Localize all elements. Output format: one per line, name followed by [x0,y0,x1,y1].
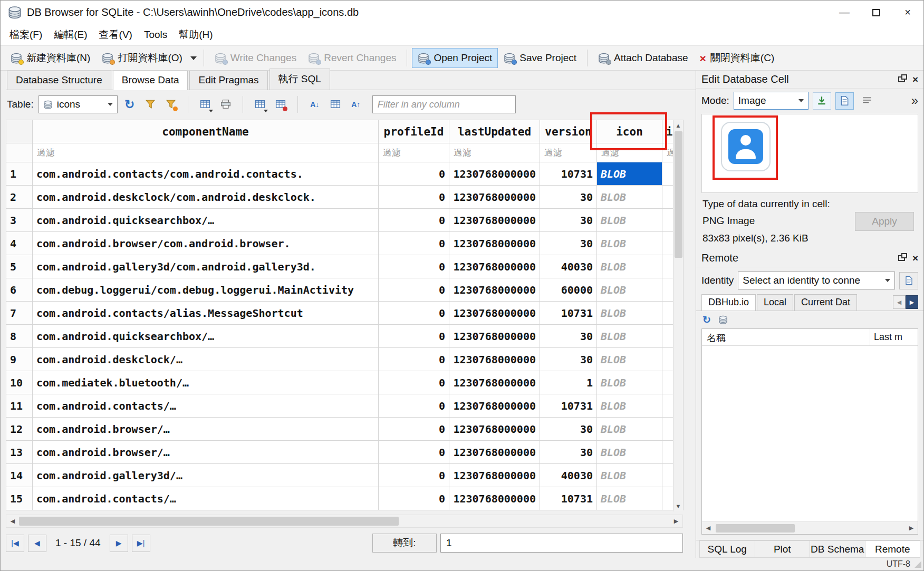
column-header-icon[interactable]: icon [597,120,662,143]
remote-tab-current-dat[interactable]: Current Dat [794,294,857,311]
cell-icon[interactable]: BLOB [597,255,662,278]
float-dock-icon[interactable] [898,255,905,261]
cell-lastUpdated[interactable]: 1230768000000 [449,255,540,278]
identity-select[interactable]: Select an identity to conne [738,272,895,289]
open-database-dropdown-arrow[interactable] [190,56,197,60]
close-dock-icon[interactable]: × [912,253,918,263]
attach-database-button[interactable]: Attach Database [592,48,694,68]
tab-scroll-right-button[interactable]: ▶ [906,295,918,309]
menu-item-0[interactable]: 檔案(F) [4,24,48,45]
menu-item-1[interactable]: 編輯(E) [48,24,93,45]
row-number[interactable]: 6 [6,278,33,302]
remote-column-name[interactable]: 名稱 [702,329,870,345]
cell-componentName[interactable]: com.android.contacts/alias.MessageShortc… [33,302,379,325]
row-number[interactable]: 8 [6,325,33,348]
new-database-button[interactable]: 新建資料庫(N) [5,47,96,69]
cell-lastUpdated[interactable]: 1230768000000 [449,394,540,418]
clear-filters-button[interactable] [162,96,179,113]
cell-version[interactable]: 60000 [540,278,597,302]
cell-version[interactable]: 40030 [540,464,597,487]
cell-profileId[interactable]: 0 [379,348,449,371]
row-number[interactable]: 13 [6,441,33,464]
cell-lastUpdated[interactable]: 1230768000000 [449,278,540,302]
float-dock-icon[interactable] [898,76,905,82]
text-view-button[interactable] [858,92,877,110]
filter-profileId[interactable]: 過濾 [379,143,449,162]
cell-version[interactable]: 30 [540,441,597,464]
row-number[interactable]: 3 [6,209,33,232]
cell-lastUpdated[interactable]: 1230768000000 [449,302,540,325]
remote-tab-local[interactable]: Local [757,294,793,311]
remote-tab-dbhub-io[interactable]: DBHub.io [701,294,756,311]
cell-profileId[interactable]: 0 [379,162,449,186]
goto-input[interactable] [440,534,683,553]
cell-componentName[interactable]: com.debug.loggerui/com.debug.loggerui.Ma… [33,278,379,302]
revert-changes-button[interactable]: Revert Changes [302,48,402,68]
cell-componentName[interactable]: com.android.gallery3d/… [33,464,379,487]
clone-database-icon[interactable] [718,315,728,324]
row-number[interactable]: 11 [6,394,33,418]
tab-database-structure[interactable]: Database Structure [7,71,111,90]
sort-descending-button[interactable]: A↑ [348,96,364,113]
cell-icon[interactable]: BLOB [597,209,662,232]
cell-profileId[interactable]: 0 [379,325,449,348]
cell-profileId[interactable]: 0 [379,394,449,418]
cell-version[interactable]: 30 [540,418,597,441]
cell-componentName[interactable]: com.android.deskclock/com.android.deskcl… [33,186,379,209]
filter-button[interactable] [142,96,159,113]
scr oll-thumb[interactable] [675,131,682,258]
cell-lastUpdated[interactable]: 1230768000000 [449,371,540,394]
scroll-up-button[interactable]: ▲ [673,120,683,131]
row-number[interactable]: 15 [6,487,33,510]
table-selector[interactable]: icons [38,95,118,113]
horizontal-scrollbar[interactable]: ◀ ▶ [6,515,683,528]
save-project-button[interactable]: Save Project [498,48,582,68]
cell-componentName[interactable]: com.android.deskclock/… [33,348,379,371]
filter-version[interactable]: 過濾 [540,143,597,162]
minimize-button[interactable]: — [829,1,860,24]
cell-lastUpdated[interactable]: 1230768000000 [449,186,540,209]
row-number[interactable]: 10 [6,371,33,394]
open-database-button[interactable]: 打開資料庫(O) [96,47,188,69]
vertical-scrollbar[interactable]: ▲ ▼ [673,120,683,511]
cell-version[interactable]: 10731 [540,487,597,510]
cell-icon[interactable]: BLOB [597,348,662,371]
cell-version[interactable]: 30 [540,209,597,232]
delete-record-button[interactable] [272,96,289,113]
cell-profileId[interactable]: 0 [379,487,449,510]
cell-version[interactable]: 30 [540,348,597,371]
tab-edit-pragmas[interactable]: Edit Pragmas [189,71,267,90]
filter-input[interactable] [372,95,516,113]
cell-componentName[interactable]: com.android.browser/… [33,441,379,464]
encoding-indicator[interactable]: UTF-8 [887,559,910,569]
cell-profileId[interactable]: 0 [379,371,449,394]
remote-horizontal-scrollbar[interactable]: ◀ ▶ [702,521,918,534]
cell-lastUpdated[interactable]: 1230768000000 [449,232,540,255]
table-view-button[interactable] [327,96,344,113]
cell-version[interactable]: 30 [540,186,597,209]
import-data-button[interactable] [813,92,831,110]
previous-page-button[interactable]: ◀ [28,535,46,552]
cell-componentName[interactable]: com.mediatek.bluetooth/… [33,371,379,394]
cell-componentName[interactable]: com.android.contacts/… [33,487,379,510]
cell-icon[interactable]: BLOB [597,441,662,464]
cell-componentName[interactable]: com.android.quicksearchbox/… [33,209,379,232]
cell-componentName[interactable]: com.android.gallery3d/com.android.galler… [33,255,379,278]
cell-componentName[interactable]: com.android.contacts/… [33,394,379,418]
cell-icon[interactable]: BLOB [597,487,662,510]
menu-item-3[interactable]: Tools [138,25,173,44]
cell-lastUpdated[interactable]: 1230768000000 [449,325,540,348]
scroll-right-button[interactable]: ▶ [670,518,682,525]
filter-icon[interactable]: 過濾 [597,143,662,162]
column-header-version[interactable]: version [540,120,597,143]
write-changes-button[interactable]: Write Changes [209,48,302,68]
dock-tab-remote[interactable]: Remote [865,540,921,558]
last-page-button[interactable]: ▶| [132,535,150,552]
cell-profileId[interactable]: 0 [379,418,449,441]
maximize-button[interactable] [860,1,892,24]
save-table-button[interactable] [197,96,214,113]
cell-version[interactable]: 1 [540,371,597,394]
new-record-button[interactable] [252,96,268,113]
row-number[interactable]: 4 [6,232,33,255]
close-database-button[interactable]: × 關閉資料庫(C) [694,47,781,69]
